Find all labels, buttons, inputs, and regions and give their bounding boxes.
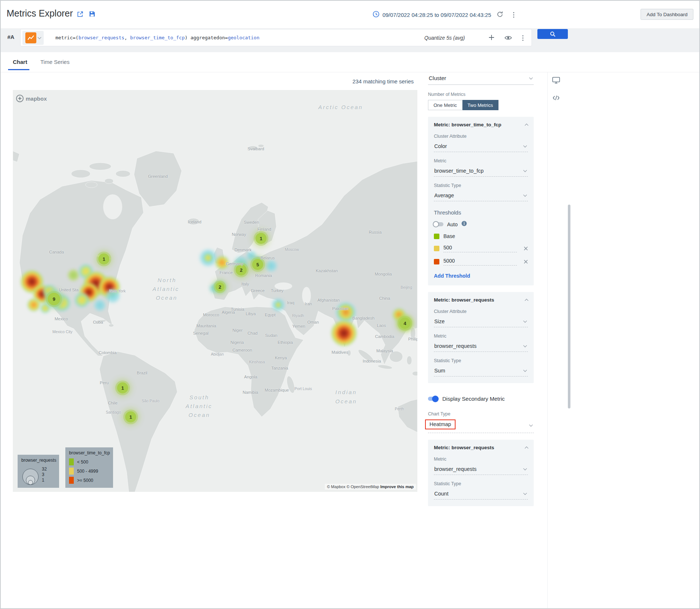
cluster-attribute-select[interactable]: Color: [434, 141, 528, 152]
query-token: browser_requests: [79, 35, 124, 40]
display-secondary-metric-toggle[interactable]: [428, 397, 438, 401]
header: Metrics Explorer 09/07/2022 04:28:25 to …: [1, 1, 699, 28]
threshold-value[interactable]: 5000: [443, 258, 517, 266]
metric-card-fcp: Metric: browser_time_to_fcp Cluster Attr…: [428, 117, 534, 285]
metric-card-requests-secondary: Metric: browser_requests Metric browser_…: [428, 440, 534, 506]
fcp-statistic-select[interactable]: Average: [434, 190, 528, 201]
save-icon[interactable]: [89, 11, 95, 19]
add-to-dashboard-button[interactable]: Add To Dashboard: [641, 9, 693, 20]
collapse-icon: [525, 124, 529, 127]
query-token: metric=(: [55, 35, 79, 40]
chart-options-panel: Cluster Number of Metrics One Metric Two…: [428, 73, 534, 506]
threshold-color-swatch[interactable]: [434, 259, 439, 264]
run-search-button[interactable]: [537, 29, 568, 39]
toggle-knob: [432, 396, 439, 402]
map-cluster[interactable]: 5: [252, 259, 263, 270]
chart-content: 234 matching time series: [1, 72, 699, 609]
auto-label: Auto: [447, 221, 458, 227]
map-canvas[interactable]: 191252411Arctic OceanNorthAtlanticOceanS…: [13, 90, 417, 492]
chart-view-icon[interactable]: [552, 77, 560, 85]
code-view-icon[interactable]: [552, 95, 560, 102]
requests-metric-select[interactable]: browser_requests: [434, 341, 528, 352]
mapbox-logo[interactable]: mapbox: [16, 94, 47, 102]
map-cluster[interactable]: 2: [215, 282, 224, 291]
number-of-metrics-label: Number of Metrics: [428, 92, 534, 97]
map-cluster[interactable]: 2: [236, 264, 247, 275]
info-icon[interactable]: [461, 221, 467, 228]
legend-row: >= 5000: [69, 477, 98, 484]
threshold-value[interactable]: 500: [443, 245, 517, 252]
refresh-icon[interactable]: [497, 11, 503, 19]
thresholds-list: Base5005000: [434, 233, 528, 266]
panel-divider: [547, 72, 548, 609]
collapse-icon: [525, 299, 529, 303]
requests-cluster-attribute-select[interactable]: Size: [434, 316, 528, 327]
visibility-eye-icon[interactable]: [504, 35, 512, 42]
metric-card-requests-title: Metric: browser_requests: [434, 297, 494, 303]
toggle-knob: [433, 221, 439, 227]
visualization-mode-value: Cluster: [429, 75, 446, 81]
query-kebab-menu[interactable]: [520, 34, 526, 42]
metric-card-requests-secondary-header[interactable]: Metric: browser_requests: [434, 445, 528, 450]
two-metrics-button[interactable]: Two Metrics: [463, 100, 498, 110]
add-plot-icon[interactable]: [488, 34, 495, 42]
metric-card-fcp-title: Metric: browser_time_to_fcp: [434, 122, 501, 127]
legend-color-swatch: [69, 477, 74, 484]
map-cluster[interactable]: 1: [125, 411, 136, 422]
legend-color-swatch: [69, 468, 74, 475]
plot-type-selector[interactable]: [22, 31, 44, 45]
legend-row-label: >= 5000: [77, 478, 93, 483]
secondary-metric-select[interactable]: browser_requests: [434, 464, 528, 475]
improve-this-map-link[interactable]: Improve this map: [380, 484, 414, 489]
statistic-type-label: Statistic Type: [434, 358, 528, 363]
chart-type-select[interactable]: Heatmap: [428, 418, 534, 433]
remove-threshold-icon[interactable]: [524, 246, 528, 251]
query-input[interactable]: metric=(browser_requests, browser_time_t…: [55, 29, 260, 46]
chevron-down-icon: [523, 319, 527, 323]
time-range[interactable]: 09/07/2022 04:28:25 to 09/07/2022 04:43:…: [373, 11, 491, 19]
threshold-row: 500: [434, 245, 528, 252]
legend-row-label: < 500: [77, 460, 88, 465]
fcp-metric-select[interactable]: browser_time_to_fcp: [434, 166, 528, 177]
map-cluster[interactable]: 4: [399, 318, 410, 329]
time-range-text: 09/07/2022 04:28:25 to 09/07/2022 04:43:…: [382, 12, 491, 18]
collapse-icon: [525, 447, 529, 450]
mapbox-wordmark: mapbox: [26, 96, 47, 102]
visualization-mode-select[interactable]: Cluster: [428, 73, 534, 85]
metric-count-segmented: One Metric Two Metrics: [428, 100, 534, 110]
auto-thresholds-toggle[interactable]: [434, 222, 443, 226]
legend-row: 500 - 4999: [69, 468, 98, 475]
vertical-scrollbar: [568, 72, 570, 609]
map-cluster[interactable]: 1: [117, 382, 128, 393]
one-metric-button[interactable]: One Metric: [428, 100, 463, 110]
legend-size-values: 32 3 1: [42, 466, 47, 483]
chevron-down-icon: [529, 76, 533, 79]
legend-circle-small: [28, 480, 33, 485]
requests-statistic-select[interactable]: Sum: [434, 365, 528, 376]
cluster-attribute-label: Cluster Attribute: [434, 134, 528, 139]
metric-card-fcp-header[interactable]: Metric: browser_time_to_fcp: [434, 122, 528, 127]
remove-threshold-icon[interactable]: [524, 260, 528, 264]
legend-color-swatch: [69, 458, 74, 465]
map-cluster[interactable]: 1: [98, 253, 109, 264]
tab-chart[interactable]: Chart: [13, 59, 27, 65]
attribution-copyrights[interactable]: © Mapbox © OpenStreetMap: [327, 484, 379, 489]
map-cluster[interactable]: 9: [48, 293, 60, 305]
world-basemap: [13, 90, 417, 492]
chevron-down-icon: [523, 193, 527, 197]
metric-card-requests-header[interactable]: Metric: browser_requests: [434, 297, 528, 303]
header-kebab-menu[interactable]: [511, 11, 516, 19]
share-icon[interactable]: [76, 11, 84, 19]
quantize-label: Quantize 5s (avg): [424, 29, 465, 46]
add-threshold-link[interactable]: Add Threshold: [434, 273, 528, 279]
threshold-value: Base: [443, 233, 455, 239]
chevron-down-icon: [523, 491, 527, 495]
threshold-color-swatch[interactable]: [434, 246, 439, 251]
scrollbar-thumb[interactable]: [568, 205, 570, 408]
chevron-down-icon: [523, 144, 527, 148]
threshold-color-swatch[interactable]: [434, 234, 439, 239]
tab-time-series[interactable]: Time Series: [40, 59, 69, 65]
secondary-statistic-select[interactable]: Count: [434, 489, 528, 500]
chevron-down-icon: [529, 423, 533, 426]
map-cluster[interactable]: 1: [255, 233, 266, 244]
